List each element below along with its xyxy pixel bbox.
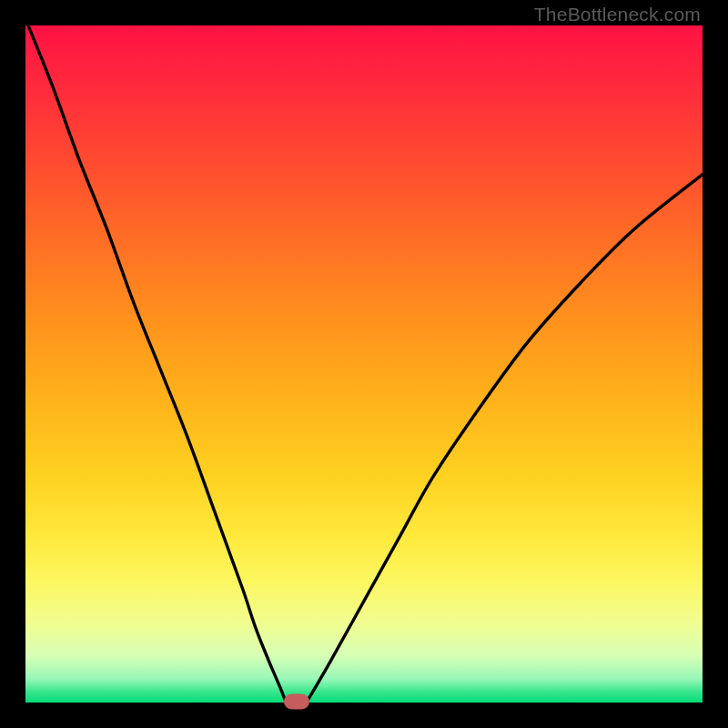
chart-frame: TheBottleneck.com: [0, 0, 728, 728]
watermark-text: TheBottleneck.com: [534, 4, 701, 25]
optimal-point-marker: [284, 694, 309, 710]
bottleneck-curve: [25, 19, 703, 703]
curve-svg: [25, 25, 703, 703]
plot-area: [25, 25, 703, 703]
